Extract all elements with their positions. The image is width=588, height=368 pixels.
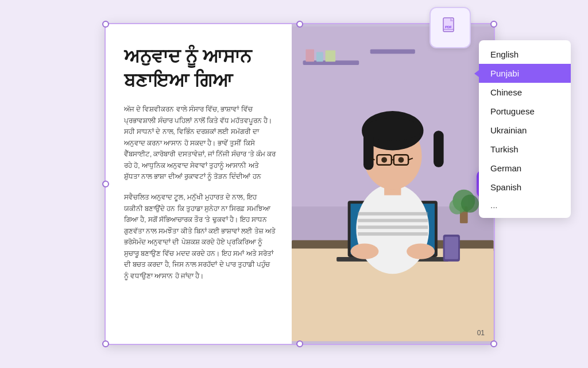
pdf-button[interactable]: PDF bbox=[430, 7, 471, 48]
svg-rect-18 bbox=[358, 225, 428, 229]
svg-text:PDF: PDF bbox=[445, 25, 452, 29]
svg-rect-7 bbox=[306, 49, 315, 62]
svg-rect-36 bbox=[445, 237, 458, 259]
handle-middle-left[interactable] bbox=[102, 181, 109, 187]
document-paragraph-2: ਸਵੈਚਲਿਤ ਅਨੁਵਾਦ ਟੂਲ, ਮਨੁੱਖੀ ਮੁਹਾਰਤ ਦੇ ਨਾਲ… bbox=[124, 192, 276, 282]
lang-item-ukrainian[interactable]: Ukrainian bbox=[479, 121, 571, 140]
lang-item-portuguese[interactable]: Portuguese bbox=[479, 102, 571, 121]
svg-rect-6 bbox=[370, 49, 415, 54]
lang-ellipsis[interactable]: ... bbox=[479, 197, 571, 213]
document-paragraph-1: ਅੱਜ ਦੇ ਵਿਸ਼ਵੀਕਰਨ ਵਾਲੇ ਸੰਸਾਰ ਵਿੱਚ, ਭਾਸ਼ਾਵ… bbox=[124, 104, 276, 183]
document-title: ਅਨੁਵਾਦ ਨੂੰ ਆਸਾਨ ਬਣਾਇਆ ਗਿਆ bbox=[124, 45, 276, 93]
page-number: 01 bbox=[477, 329, 485, 337]
document-card: PDF ਅਨੁਵਾਦ ਨੂੰ ਆਸਾਨ ਬਣਾਇਆ ਗਿਆ ਅੱਜ ਦੇ ਵਿਸ… bbox=[105, 23, 495, 345]
svg-rect-9 bbox=[326, 51, 336, 62]
right-panel: ✏️ AI 01 bbox=[292, 24, 494, 344]
handle-top-middle[interactable] bbox=[296, 21, 303, 28]
main-container: PDF ਅਨੁਵਾਦ ਨੂੰ ਆਸਾਨ ਬਣਾਇਆ ਗਿਆ ਅੱਜ ਦੇ ਵਿਸ… bbox=[0, 0, 588, 368]
lang-item-german[interactable]: German bbox=[479, 159, 571, 178]
left-panel: ਅਨੁਵਾਦ ਨੂੰ ਆਸਾਨ ਬਣਾਇਆ ਗਿਆ ਅੱਜ ਦੇ ਵਿਸ਼ਵੀਕ… bbox=[106, 24, 292, 344]
svg-rect-8 bbox=[316, 52, 323, 62]
svg-point-32 bbox=[399, 157, 404, 163]
person-illustration bbox=[292, 24, 494, 344]
handle-top-right[interactable] bbox=[490, 21, 497, 28]
handle-bottom-left[interactable] bbox=[102, 340, 109, 347]
handle-bottom-middle[interactable] bbox=[296, 340, 303, 347]
handle-bottom-right[interactable] bbox=[490, 340, 497, 347]
lang-item-english[interactable]: English bbox=[479, 45, 571, 64]
lang-item-punjabi[interactable]: Punjabi bbox=[479, 64, 571, 83]
pdf-icon: PDF bbox=[441, 17, 459, 39]
svg-point-25 bbox=[363, 118, 422, 141]
lang-item-spanish[interactable]: Spanish bbox=[479, 178, 571, 197]
svg-point-31 bbox=[382, 157, 388, 163]
svg-rect-19 bbox=[358, 232, 428, 236]
handle-top-left[interactable] bbox=[102, 21, 109, 28]
svg-point-33 bbox=[351, 244, 379, 259]
lang-item-chinese[interactable]: Chinese bbox=[479, 83, 571, 102]
language-dropdown: English Punjabi Chinese Portuguese Ukrai… bbox=[479, 40, 571, 218]
svg-point-34 bbox=[407, 244, 435, 259]
lang-item-turkish[interactable]: Turkish bbox=[479, 140, 571, 159]
svg-point-40 bbox=[461, 195, 479, 213]
svg-rect-17 bbox=[358, 219, 428, 223]
svg-rect-24 bbox=[434, 131, 444, 167]
svg-rect-16 bbox=[358, 212, 428, 216]
